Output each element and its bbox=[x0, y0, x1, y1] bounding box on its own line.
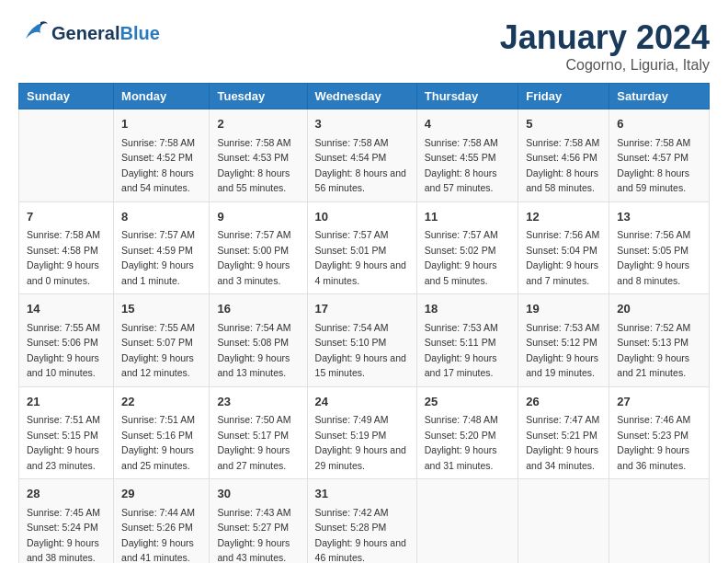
calendar-cell: 19Sunrise: 7:53 AMSunset: 5:12 PMDayligh… bbox=[518, 294, 609, 387]
day-number: 22 bbox=[121, 393, 201, 411]
calendar-cell: 10Sunrise: 7:57 AMSunset: 5:01 PMDayligh… bbox=[307, 201, 416, 294]
logo-icon bbox=[18, 18, 48, 48]
day-info: Sunrise: 7:58 AMSunset: 4:57 PMDaylight:… bbox=[617, 137, 690, 194]
day-number: 13 bbox=[617, 208, 701, 226]
day-number: 29 bbox=[121, 485, 201, 503]
day-number: 28 bbox=[27, 485, 106, 503]
day-number: 20 bbox=[617, 300, 701, 318]
logo-general: General bbox=[51, 23, 119, 43]
calendar-cell bbox=[416, 479, 518, 564]
day-number: 31 bbox=[315, 485, 409, 503]
day-number: 26 bbox=[526, 393, 601, 411]
day-info: Sunrise: 7:58 AMSunset: 4:54 PMDaylight:… bbox=[315, 137, 406, 194]
day-number: 27 bbox=[617, 393, 701, 411]
day-info: Sunrise: 7:55 AMSunset: 5:06 PMDaylight:… bbox=[27, 322, 100, 379]
calendar-week-5: 28Sunrise: 7:45 AMSunset: 5:24 PMDayligh… bbox=[19, 479, 710, 564]
calendar-header-row: SundayMondayTuesdayWednesdayThursdayFrid… bbox=[19, 84, 710, 109]
day-number: 24 bbox=[315, 393, 409, 411]
day-info: Sunrise: 7:54 AMSunset: 5:08 PMDaylight:… bbox=[217, 322, 290, 379]
day-info: Sunrise: 7:51 AMSunset: 5:16 PMDaylight:… bbox=[121, 414, 195, 471]
day-info: Sunrise: 7:57 AMSunset: 5:02 PMDaylight:… bbox=[425, 229, 498, 286]
weekday-header-wednesday: Wednesday bbox=[307, 84, 416, 109]
calendar-cell: 2Sunrise: 7:58 AMSunset: 4:53 PMDaylight… bbox=[210, 109, 307, 202]
month-title: January 2024 bbox=[500, 18, 710, 57]
calendar-cell: 25Sunrise: 7:48 AMSunset: 5:20 PMDayligh… bbox=[416, 386, 518, 479]
day-number: 17 bbox=[315, 300, 409, 318]
day-number: 4 bbox=[425, 115, 510, 133]
day-number: 7 bbox=[27, 208, 106, 226]
calendar-cell: 21Sunrise: 7:51 AMSunset: 5:15 PMDayligh… bbox=[19, 386, 114, 479]
weekday-header-sunday: Sunday bbox=[19, 84, 114, 109]
day-info: Sunrise: 7:51 AMSunset: 5:15 PMDaylight:… bbox=[27, 414, 100, 471]
day-number: 14 bbox=[27, 300, 106, 318]
calendar-cell: 4Sunrise: 7:58 AMSunset: 4:55 PMDaylight… bbox=[416, 109, 518, 202]
calendar-cell: 3Sunrise: 7:58 AMSunset: 4:54 PMDaylight… bbox=[307, 109, 416, 202]
calendar-cell bbox=[609, 479, 710, 564]
calendar-cell: 7Sunrise: 7:58 AMSunset: 4:58 PMDaylight… bbox=[19, 201, 114, 294]
calendar-cell: 9Sunrise: 7:57 AMSunset: 5:00 PMDaylight… bbox=[210, 201, 307, 294]
calendar-cell: 15Sunrise: 7:55 AMSunset: 5:07 PMDayligh… bbox=[114, 294, 210, 387]
calendar-cell: 18Sunrise: 7:53 AMSunset: 5:11 PMDayligh… bbox=[416, 294, 518, 387]
day-number: 19 bbox=[526, 300, 601, 318]
day-number: 9 bbox=[217, 208, 299, 226]
day-info: Sunrise: 7:47 AMSunset: 5:21 PMDaylight:… bbox=[526, 414, 599, 471]
day-number: 16 bbox=[217, 300, 299, 318]
day-info: Sunrise: 7:49 AMSunset: 5:19 PMDaylight:… bbox=[315, 414, 406, 471]
day-info: Sunrise: 7:57 AMSunset: 5:00 PMDaylight:… bbox=[217, 229, 290, 286]
title-area: January 2024 Cogorno, Liguria, Italy bbox=[500, 18, 710, 74]
calendar-cell: 26Sunrise: 7:47 AMSunset: 5:21 PMDayligh… bbox=[518, 386, 609, 479]
calendar-cell: 1Sunrise: 7:58 AMSunset: 4:52 PMDaylight… bbox=[114, 109, 210, 202]
calendar-cell: 30Sunrise: 7:43 AMSunset: 5:27 PMDayligh… bbox=[210, 479, 307, 564]
day-number: 21 bbox=[27, 393, 106, 411]
calendar-cell: 23Sunrise: 7:50 AMSunset: 5:17 PMDayligh… bbox=[210, 386, 307, 479]
day-info: Sunrise: 7:58 AMSunset: 4:58 PMDaylight:… bbox=[27, 229, 100, 286]
day-number: 1 bbox=[121, 115, 201, 133]
calendar-week-3: 14Sunrise: 7:55 AMSunset: 5:06 PMDayligh… bbox=[19, 294, 710, 387]
day-number: 30 bbox=[217, 485, 299, 503]
calendar-cell: 29Sunrise: 7:44 AMSunset: 5:26 PMDayligh… bbox=[114, 479, 210, 564]
day-info: Sunrise: 7:58 AMSunset: 4:52 PMDaylight:… bbox=[121, 137, 195, 194]
location: Cogorno, Liguria, Italy bbox=[500, 57, 710, 74]
logo: GeneralBlue bbox=[18, 18, 160, 48]
day-info: Sunrise: 7:42 AMSunset: 5:28 PMDaylight:… bbox=[315, 507, 406, 564]
calendar-cell: 11Sunrise: 7:57 AMSunset: 5:02 PMDayligh… bbox=[416, 201, 518, 294]
day-info: Sunrise: 7:44 AMSunset: 5:26 PMDaylight:… bbox=[121, 507, 195, 564]
day-number: 15 bbox=[121, 300, 201, 318]
day-number: 12 bbox=[526, 208, 601, 226]
calendar-cell: 12Sunrise: 7:56 AMSunset: 5:04 PMDayligh… bbox=[518, 201, 609, 294]
day-number: 3 bbox=[315, 115, 409, 133]
day-info: Sunrise: 7:45 AMSunset: 5:24 PMDaylight:… bbox=[27, 507, 100, 564]
day-number: 2 bbox=[217, 115, 299, 133]
calendar-cell: 24Sunrise: 7:49 AMSunset: 5:19 PMDayligh… bbox=[307, 386, 416, 479]
day-info: Sunrise: 7:50 AMSunset: 5:17 PMDaylight:… bbox=[217, 414, 290, 471]
calendar-cell bbox=[19, 109, 114, 202]
calendar-cell: 6Sunrise: 7:58 AMSunset: 4:57 PMDaylight… bbox=[609, 109, 710, 202]
day-info: Sunrise: 7:56 AMSunset: 5:05 PMDaylight:… bbox=[617, 229, 690, 286]
calendar-cell: 28Sunrise: 7:45 AMSunset: 5:24 PMDayligh… bbox=[19, 479, 114, 564]
calendar-cell: 8Sunrise: 7:57 AMSunset: 4:59 PMDaylight… bbox=[114, 201, 210, 294]
calendar-week-1: 1Sunrise: 7:58 AMSunset: 4:52 PMDaylight… bbox=[19, 109, 710, 202]
calendar-cell: 20Sunrise: 7:52 AMSunset: 5:13 PMDayligh… bbox=[609, 294, 710, 387]
day-info: Sunrise: 7:54 AMSunset: 5:10 PMDaylight:… bbox=[315, 322, 406, 379]
calendar-week-2: 7Sunrise: 7:58 AMSunset: 4:58 PMDaylight… bbox=[19, 201, 710, 294]
logo-blue: Blue bbox=[119, 23, 159, 43]
calendar-cell: 16Sunrise: 7:54 AMSunset: 5:08 PMDayligh… bbox=[210, 294, 307, 387]
calendar-cell: 14Sunrise: 7:55 AMSunset: 5:06 PMDayligh… bbox=[19, 294, 114, 387]
day-number: 5 bbox=[526, 115, 601, 133]
calendar-cell: 17Sunrise: 7:54 AMSunset: 5:10 PMDayligh… bbox=[307, 294, 416, 387]
day-info: Sunrise: 7:52 AMSunset: 5:13 PMDaylight:… bbox=[617, 322, 690, 379]
day-number: 25 bbox=[425, 393, 510, 411]
day-number: 23 bbox=[217, 393, 299, 411]
day-info: Sunrise: 7:53 AMSunset: 5:12 PMDaylight:… bbox=[526, 322, 599, 379]
calendar-cell: 31Sunrise: 7:42 AMSunset: 5:28 PMDayligh… bbox=[307, 479, 416, 564]
weekday-header-saturday: Saturday bbox=[609, 84, 710, 109]
day-info: Sunrise: 7:43 AMSunset: 5:27 PMDaylight:… bbox=[217, 507, 290, 564]
calendar-cell: 22Sunrise: 7:51 AMSunset: 5:16 PMDayligh… bbox=[114, 386, 210, 479]
day-info: Sunrise: 7:56 AMSunset: 5:04 PMDaylight:… bbox=[526, 229, 599, 286]
page-header: GeneralBlue January 2024 Cogorno, Liguri… bbox=[18, 18, 710, 74]
day-number: 10 bbox=[315, 208, 409, 226]
day-info: Sunrise: 7:58 AMSunset: 4:53 PMDaylight:… bbox=[217, 137, 290, 194]
calendar-cell: 13Sunrise: 7:56 AMSunset: 5:05 PMDayligh… bbox=[609, 201, 710, 294]
day-number: 8 bbox=[121, 208, 201, 226]
calendar-cell: 5Sunrise: 7:58 AMSunset: 4:56 PMDaylight… bbox=[518, 109, 609, 202]
